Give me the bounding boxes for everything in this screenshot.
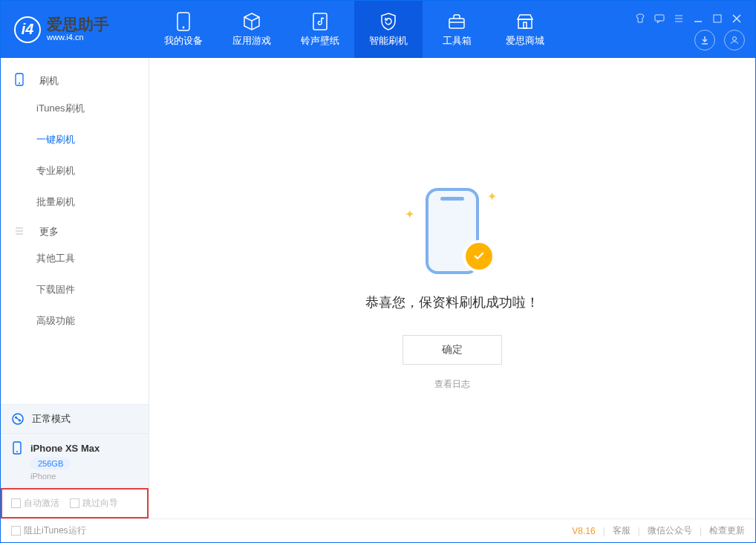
device-capacity-badge: 256GB	[30, 458, 71, 469]
checkbox-icon	[11, 526, 21, 536]
device-type: iPhone	[30, 472, 56, 481]
body: 刷机 iTunes刷机 一键刷机 专业刷机 批量刷机 更多 其他工具 下载固件 …	[1, 58, 755, 518]
sidebar-item-download-firmware[interactable]: 下载固件	[1, 274, 149, 305]
nav-smart-flash[interactable]: 智能刷机	[354, 1, 423, 58]
nav-apps-games[interactable]: 应用游戏	[218, 1, 286, 58]
section-title: 更多	[39, 225, 59, 238]
device-icon	[174, 12, 193, 31]
close-icon[interactable]	[731, 13, 742, 24]
sidebar-item-batch-flash[interactable]: 批量刷机	[1, 186, 149, 218]
main-content: ✦ ✦ 恭喜您，保资料刷机成功啦！ 确定 查看日志	[149, 58, 755, 518]
auto-activate-checkbox[interactable]: 自动激活	[11, 497, 59, 510]
cube-icon	[242, 12, 261, 31]
ok-button[interactable]: 确定	[403, 335, 502, 365]
shirt-icon[interactable]	[635, 13, 645, 24]
phone-icon	[14, 73, 32, 88]
app-window: i4 爱思助手 www.i4.cn 我的设备 应用游戏 铃声壁纸	[0, 0, 756, 543]
list-icon	[14, 226, 32, 238]
app-name: 爱思助手	[47, 16, 109, 32]
feedback-icon[interactable]	[654, 13, 665, 24]
checkbox-label: 自动激活	[24, 497, 59, 510]
header-wrapper: i4 爱思助手 www.i4.cn 我的设备 应用游戏 铃声壁纸	[1, 1, 755, 58]
device-phone-icon	[11, 441, 25, 455]
svg-rect-5	[524, 22, 527, 28]
mode-label: 正常模式	[32, 412, 71, 426]
nav-toolbox[interactable]: 工具箱	[423, 1, 491, 58]
skip-guide-checkbox[interactable]: 跳过向导	[70, 497, 118, 510]
svg-point-1	[183, 26, 185, 28]
nav-store[interactable]: 爱思商城	[491, 1, 559, 58]
nav-label: 我的设备	[164, 34, 203, 48]
toolbox-icon	[447, 12, 466, 31]
device-name: iPhone XS Max	[30, 443, 100, 454]
user-button[interactable]	[724, 30, 745, 51]
nav-label: 爱思商城	[506, 34, 544, 48]
checkbox-label: 阻止iTunes运行	[24, 524, 86, 537]
checkbox-icon	[70, 498, 79, 508]
wechat-link[interactable]: 微信公众号	[648, 524, 692, 537]
sidebar-menu: 刷机 iTunes刷机 一键刷机 专业刷机 批量刷机 更多 其他工具 下载固件 …	[1, 58, 149, 404]
checkbox-icon	[11, 498, 21, 508]
svg-rect-7	[714, 15, 721, 22]
version-label: V8.16	[572, 526, 595, 536]
sidebar-item-pro-flash[interactable]: 专业刷机	[1, 155, 149, 186]
nav-label: 智能刷机	[369, 34, 408, 48]
sidebar-item-itunes-flash[interactable]: iTunes刷机	[1, 93, 149, 124]
success-check-icon	[466, 243, 492, 270]
separator: |	[700, 526, 702, 536]
nav-my-device[interactable]: 我的设备	[149, 1, 218, 58]
maximize-icon[interactable]	[712, 13, 723, 24]
music-file-icon	[310, 12, 330, 31]
separator: |	[638, 526, 640, 536]
nav-label: 铃声壁纸	[301, 34, 339, 48]
section-title: 刷机	[39, 74, 59, 88]
nav-ringtones-wallpapers[interactable]: 铃声壁纸	[286, 1, 354, 58]
success-graphic: ✦ ✦	[400, 186, 504, 276]
svg-point-10	[19, 82, 20, 84]
shield-refresh-icon	[379, 12, 398, 31]
sidebar-section-flash: 刷机	[1, 65, 149, 93]
block-itunes-checkbox[interactable]: 阻止iTunes运行	[11, 524, 86, 537]
nav-label: 工具箱	[443, 34, 472, 48]
sidebar: 刷机 iTunes刷机 一键刷机 专业刷机 批量刷机 更多 其他工具 下载固件 …	[1, 58, 149, 518]
device-status: 正常模式 iPhone XS Max 256GB iPhone	[1, 404, 149, 488]
svg-point-15	[16, 451, 18, 452]
sidebar-item-oneclick-flash[interactable]: 一键刷机	[1, 124, 149, 155]
svg-rect-3	[449, 19, 464, 28]
footer: 阻止iTunes运行 V8.16 | 客服 | 微信公众号 | 检查更新	[1, 518, 755, 542]
check-update-link[interactable]: 检查更新	[709, 524, 745, 537]
success-message: 恭喜您，保资料刷机成功啦！	[365, 293, 539, 311]
svg-rect-4	[518, 19, 532, 28]
nav-label: 应用游戏	[232, 34, 271, 48]
svg-rect-6	[655, 15, 664, 21]
normal-mode-icon	[11, 412, 25, 426]
device-mode-row[interactable]: 正常模式	[1, 405, 149, 434]
logo-text: 爱思助手 www.i4.cn	[47, 16, 109, 42]
view-log-link[interactable]: 查看日志	[434, 378, 470, 391]
sidebar-item-advanced[interactable]: 高级功能	[1, 305, 149, 336]
phone-notch	[440, 197, 464, 201]
sparkle-icon: ✦	[487, 189, 497, 204]
sidebar-section-more: 更多	[1, 218, 149, 243]
svg-point-8	[733, 37, 737, 41]
footer-left: 阻止iTunes运行	[11, 524, 86, 537]
menu-icon[interactable]	[674, 13, 684, 24]
logo[interactable]: i4 爱思助手 www.i4.cn	[1, 16, 149, 43]
sparkle-icon: ✦	[405, 207, 414, 221]
header-actions	[694, 30, 745, 51]
window-controls	[635, 8, 751, 29]
sidebar-options-row: 自动激活 跳过向导	[1, 488, 149, 518]
store-icon	[515, 12, 535, 31]
checkbox-label: 跳过向导	[82, 497, 118, 510]
support-link[interactable]: 客服	[613, 524, 630, 537]
logo-icon: i4	[14, 16, 41, 43]
footer-right: V8.16 | 客服 | 微信公众号 | 检查更新	[572, 524, 745, 537]
device-info-row[interactable]: iPhone XS Max 256GB iPhone	[1, 434, 149, 488]
separator: |	[603, 526, 605, 536]
app-domain: www.i4.cn	[47, 32, 109, 42]
download-button[interactable]	[694, 30, 715, 51]
sidebar-item-other-tools[interactable]: 其他工具	[1, 243, 149, 274]
minimize-icon[interactable]	[693, 13, 703, 24]
